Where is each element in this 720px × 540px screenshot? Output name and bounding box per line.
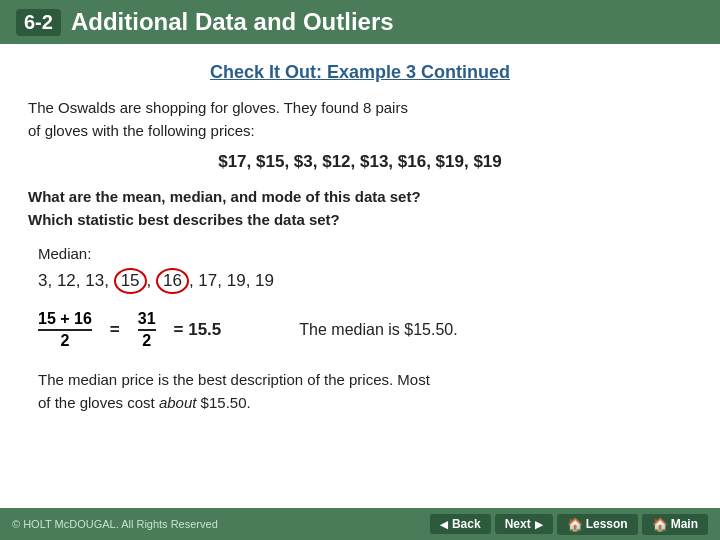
circle-15: 15 xyxy=(114,268,147,294)
main-home-icon: 🏠 xyxy=(652,517,668,532)
back-arrow-icon: ◀ xyxy=(440,519,448,530)
calculation-row: 15 + 16 2 = 31 2 = 15.5 The median is $1… xyxy=(38,310,692,350)
frac1-numerator: 15 + 16 xyxy=(38,310,92,331)
fraction-1: 15 + 16 2 xyxy=(38,310,92,350)
median-label: Median: xyxy=(38,245,692,262)
conclusion-italic: about xyxy=(159,394,197,411)
seq-before: 3, 12, 13, xyxy=(38,271,114,290)
lesson-button[interactable]: 🏠 Lesson xyxy=(557,514,638,535)
question-line1: What are the mean, median, and mode of t… xyxy=(28,188,421,205)
footer-buttons: ◀ Back Next ▶ 🏠 Lesson 🏠 Main xyxy=(430,514,708,535)
intro-line1: The Oswalds are shopping for gloves. The… xyxy=(28,99,408,116)
frac2-denominator: 2 xyxy=(142,331,151,350)
next-button[interactable]: Next ▶ xyxy=(495,514,553,534)
median-statement: The median is $15.50. xyxy=(299,321,457,339)
conclusion-text: The median price is the best description… xyxy=(38,368,692,415)
intro-line2: of gloves with the following prices: xyxy=(28,122,255,139)
footer: © HOLT McDOUGAL. All Rights Reserved ◀ B… xyxy=(0,508,720,540)
calc-result: = 15.5 xyxy=(174,320,222,340)
next-arrow-icon: ▶ xyxy=(535,519,543,530)
footer-copyright: © HOLT McDOUGAL. All Rights Reserved xyxy=(12,518,218,530)
header: 6-2 Additional Data and Outliers xyxy=(0,0,720,44)
median-sequence: 3, 12, 13, 15, 16, 17, 19, 19 xyxy=(38,268,692,294)
equals-1: = xyxy=(110,320,120,340)
question-text: What are the mean, median, and mode of t… xyxy=(28,186,692,231)
next-label: Next xyxy=(505,517,531,531)
lesson-label: Lesson xyxy=(586,517,628,531)
section-title: Check It Out: Example 3 Continued xyxy=(28,62,692,83)
frac2-numerator: 31 xyxy=(138,310,156,331)
back-label: Back xyxy=(452,517,481,531)
fraction-2: 31 2 xyxy=(138,310,156,350)
main-content: Check It Out: Example 3 Continued The Os… xyxy=(0,44,720,433)
header-title: Additional Data and Outliers xyxy=(71,8,394,36)
section-badge: 6-2 xyxy=(16,9,61,36)
main-label: Main xyxy=(671,517,698,531)
question-line2: Which statistic best describes the data … xyxy=(28,211,340,228)
conclusion-line2-prefix: of the gloves cost about $15.50. xyxy=(38,394,251,411)
seq-comma: , xyxy=(147,271,156,290)
intro-paragraph: The Oswalds are shopping for gloves. The… xyxy=(28,97,692,142)
circle-16: 16 xyxy=(156,268,189,294)
back-button[interactable]: ◀ Back xyxy=(430,514,491,534)
lesson-home-icon: 🏠 xyxy=(567,517,583,532)
seq-after: , 17, 19, 19 xyxy=(189,271,274,290)
conclusion-line1: The median price is the best description… xyxy=(38,371,430,388)
frac1-denominator: 2 xyxy=(60,331,69,350)
main-button[interactable]: 🏠 Main xyxy=(642,514,708,535)
prices-display: $17, $15, $3, $12, $13, $16, $19, $19 xyxy=(28,152,692,172)
